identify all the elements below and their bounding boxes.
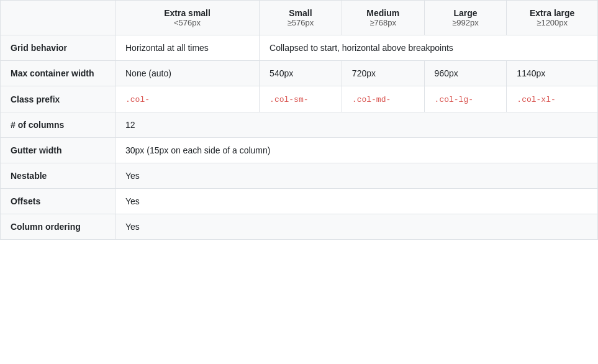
- row-max-container-width-md: 720px: [342, 61, 424, 86]
- row-offsets-label: Offsets: [1, 189, 116, 214]
- header-sm-label: Small: [270, 8, 332, 18]
- row-class-prefix-md: .col-md-: [342, 86, 424, 112]
- code-sm: .col-sm-: [270, 95, 308, 104]
- header-md-label: Medium: [352, 8, 414, 18]
- bootstrap-grid-table: Extra small <576px Small ≥576px Medium ≥…: [0, 0, 598, 240]
- row-nestable-value: Yes: [116, 163, 598, 189]
- row-class-prefix-xl: .col-xl-: [507, 86, 598, 112]
- row-column-ordering-value: Yes: [116, 214, 598, 240]
- row-class-prefix-xs: .col-: [116, 86, 260, 112]
- row-nestable: Nestable Yes: [1, 163, 598, 189]
- header-sm: Small ≥576px: [260, 1, 342, 35]
- row-column-ordering: Column ordering Yes: [1, 214, 598, 240]
- row-num-columns-value: 12: [116, 112, 598, 138]
- header-xl-label: Extra large: [517, 8, 587, 18]
- row-grid-behavior-label: Grid behavior: [1, 35, 116, 61]
- row-max-container-width-lg: 960px: [424, 61, 507, 86]
- row-grid-behavior-rest: Collapsed to start, horizontal above bre…: [260, 35, 598, 61]
- row-max-container-width-xs: None (auto): [116, 61, 260, 86]
- row-class-prefix-lg: .col-lg-: [424, 86, 507, 112]
- row-max-container-width-xl: 1140px: [507, 61, 598, 86]
- header-lg: Large ≥992px: [424, 1, 507, 35]
- row-class-prefix-label: Class prefix: [1, 86, 116, 112]
- header-xl: Extra large ≥1200px: [507, 1, 598, 35]
- code-xl: .col-xl-: [517, 95, 555, 104]
- header-xs-label: Extra small: [125, 8, 249, 18]
- header-lg-size: ≥992px: [435, 18, 497, 27]
- row-nestable-label: Nestable: [1, 163, 116, 189]
- header-md: Medium ≥768px: [342, 1, 424, 35]
- header-sm-size: ≥576px: [270, 18, 332, 27]
- table-header-row: Extra small <576px Small ≥576px Medium ≥…: [1, 1, 598, 35]
- row-gutter-width-label: Gutter width: [1, 138, 116, 163]
- row-max-container-width-sm: 540px: [260, 61, 342, 86]
- header-empty: [1, 1, 116, 35]
- row-column-ordering-label: Column ordering: [1, 214, 116, 240]
- row-gutter-width-value: 30px (15px on each side of a column): [116, 138, 598, 163]
- code-lg: .col-lg-: [435, 95, 473, 104]
- row-class-prefix-sm: .col-sm-: [260, 86, 342, 112]
- row-gutter-width: Gutter width 30px (15px on each side of …: [1, 138, 598, 163]
- header-xs-size: <576px: [125, 18, 249, 27]
- row-grid-behavior-xs: Horizontal at all times: [116, 35, 260, 61]
- row-max-container-width-label: Max container width: [1, 61, 116, 86]
- header-xs: Extra small <576px: [116, 1, 260, 35]
- header-md-size: ≥768px: [352, 18, 414, 27]
- row-offsets: Offsets Yes: [1, 189, 598, 214]
- row-offsets-value: Yes: [116, 189, 598, 214]
- row-num-columns: # of columns 12: [1, 112, 598, 138]
- code-xs: .col-: [125, 95, 150, 104]
- row-class-prefix: Class prefix .col- .col-sm- .col-md- .co…: [1, 86, 598, 112]
- header-xl-size: ≥1200px: [517, 18, 587, 27]
- code-md: .col-md-: [352, 95, 391, 104]
- row-max-container-width: Max container width None (auto) 540px 72…: [1, 61, 598, 86]
- row-num-columns-label: # of columns: [1, 112, 116, 138]
- row-grid-behavior: Grid behavior Horizontal at all times Co…: [1, 35, 598, 61]
- grid-table-wrapper: Extra small <576px Small ≥576px Medium ≥…: [0, 0, 598, 240]
- header-lg-label: Large: [435, 8, 497, 18]
